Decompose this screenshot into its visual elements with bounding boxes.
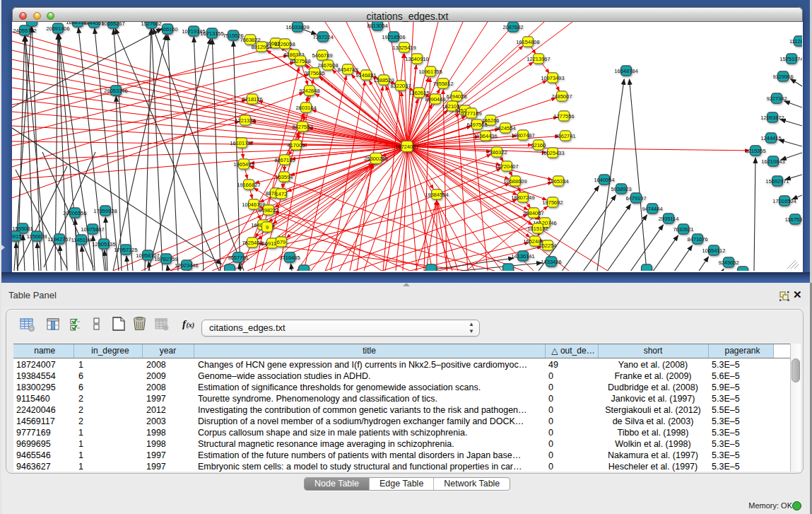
svg-text:7386322: 7386322 [486,149,507,156]
svg-text:(x): (x) [187,321,195,329]
svg-text:3362741: 3362741 [555,133,575,139]
svg-text:16101737: 16101737 [230,140,253,146]
svg-text:13640910: 13640910 [405,56,428,62]
svg-text:12505135: 12505135 [92,241,115,247]
svg-text:16033809: 16033809 [286,24,309,30]
svg-text:1167534: 1167534 [785,216,802,223]
svg-text:1221338: 1221338 [235,117,255,124]
svg-text:153594: 153594 [275,174,293,180]
svg-text:1277556: 1277556 [553,113,574,119]
svg-text:679: 679 [277,239,286,245]
svg-text:8471676: 8471676 [687,236,707,243]
svg-text:16210643: 16210643 [761,158,784,165]
svg-text:1555081: 1555081 [12,226,33,232]
svg-text:8990448: 8990448 [425,96,445,103]
svg-text:8813054: 8813054 [367,23,387,29]
svg-text:1145194: 1145194 [71,237,92,243]
svg-text:7485007: 7485007 [551,93,572,100]
svg-text:16648784: 16648784 [614,68,637,74]
svg-text:1156829: 1156829 [27,233,47,240]
svg-text:10961755: 10961755 [418,69,442,75]
svg-text:2087682: 2087682 [502,24,523,30]
svg-text:1640954: 1640954 [594,177,614,183]
svg-text:9498222: 9498222 [258,207,278,214]
svg-text:17016504: 17016504 [772,198,796,204]
svg-text:2867608: 2867608 [317,62,338,69]
svg-text:8226058: 8226058 [274,41,295,47]
svg-text:417006: 417006 [287,142,305,148]
svg-text:12213967: 12213967 [526,56,550,62]
svg-text:1975692: 1975692 [542,199,563,206]
svg-text:9245652: 9245652 [718,259,739,266]
svg-text:1244415: 1244415 [760,135,781,141]
svg-text:2718176: 2718176 [242,96,262,103]
svg-text:20691406: 20691406 [46,25,69,32]
svg-text:7632621: 7632621 [673,226,693,233]
svg-text:10973493: 10973493 [541,75,564,81]
svg-text:15692971: 15692971 [765,178,789,185]
svg-text:10688609: 10688609 [503,178,526,185]
svg-text:13325419: 13325419 [392,45,416,51]
svg-text:10654112: 10654112 [702,247,726,254]
svg-text:9: 9 [266,224,269,230]
svg-text:6794028: 6794028 [446,93,466,100]
svg-text:12942757: 12942757 [47,236,71,243]
svg-text:8322037: 8322037 [390,83,411,89]
svg-text:9329966: 9329966 [772,74,793,80]
svg-text:1112864: 1112864 [789,38,802,45]
svg-text:9657791: 9657791 [228,255,248,261]
svg-text:14136141: 14136141 [511,253,534,259]
svg-text:17359928: 17359928 [93,208,117,214]
svg-text:15720407: 15720407 [495,163,518,170]
svg-text:16782759: 16782759 [154,256,177,262]
svg-text:939159: 939159 [12,233,25,240]
svg-text:9084067: 9084067 [523,210,543,216]
svg-text:9474444: 9474444 [642,206,662,212]
svg-text:17957225: 17957225 [114,247,137,253]
svg-text:7955812: 7955812 [433,81,453,87]
svg-text:24055712: 24055712 [13,28,36,34]
svg-text:29053346: 29053346 [104,88,127,94]
svg-text:10025433: 10025433 [541,150,564,156]
svg-text:18724007: 18724007 [395,144,418,150]
svg-text:12093872: 12093872 [760,115,784,121]
svg-text:16154808: 16154808 [516,39,539,45]
svg-text:12923446: 12923446 [175,262,198,269]
svg-text:9327508: 9327508 [290,58,310,64]
svg-text:7625402: 7625402 [242,240,262,246]
svg-text:1965334: 1965334 [548,178,568,185]
svg-text:9227342: 9227342 [766,95,787,102]
svg-text:1615132: 1615132 [527,226,548,232]
svg-text:8427552: 8427552 [292,124,312,130]
svg-text:1472: 1472 [276,191,288,197]
svg-text:9242848: 9242848 [299,88,319,94]
svg-text:10975867: 10975867 [81,226,104,233]
svg-text:18807249: 18807249 [511,194,534,201]
svg-text:2935114: 2935114 [659,216,679,222]
svg-text:62160: 62160 [531,142,546,148]
svg-text:6479197: 6479197 [625,195,646,201]
svg-text:1733426: 1733426 [541,259,561,265]
svg-text:1362615: 1362615 [408,90,429,96]
svg-text:2803144: 2803144 [295,105,316,111]
svg-text:21364436: 21364436 [473,133,497,139]
svg-text:10807487: 10807487 [511,132,534,139]
svg-text:9777169: 9777169 [461,110,481,117]
svg-text:7357224: 7357224 [312,34,333,40]
svg-text:6497568: 6497568 [466,122,487,128]
svg-text:20206556: 20206556 [63,210,86,216]
svg-text:1965493: 1965493 [233,161,254,168]
svg-text:3875685: 3875685 [304,70,324,76]
svg-text:16713155: 16713155 [200,30,223,37]
svg-text:5466789: 5466789 [312,52,332,59]
svg-text:6466160: 6466160 [157,26,177,33]
svg-text:3716485: 3716485 [279,255,300,261]
svg-text:19218506: 19218506 [382,34,405,40]
svg-text:8454749: 8454749 [337,66,358,73]
svg-text:8267130: 8267130 [274,157,295,163]
svg-text:252254: 252254 [539,243,556,249]
svg-text:15751074: 15751074 [779,56,802,62]
svg-text:8215355: 8215355 [745,148,765,154]
svg-text:19384554: 19384554 [425,192,448,198]
svg-text:25300295: 25300295 [364,156,387,162]
